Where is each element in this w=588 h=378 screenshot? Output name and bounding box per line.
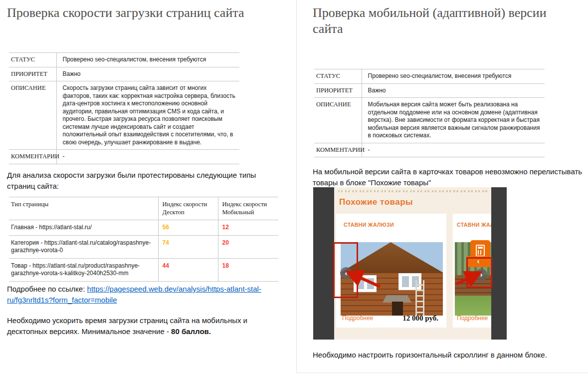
row-label: ОПИСАНИЕ [314, 98, 362, 143]
price-label: 12 000 руб. [402, 314, 438, 323]
cabin-grass [455, 296, 491, 316]
row-value: Проверено seo-специалистом, внесения тре… [56, 53, 239, 67]
section-page-speed: Проверка скорости загрузки страниц сайта… [7, 0, 286, 378]
speed-row-home: Главная - https://atlant-stal.ru/ 56 12 [9, 220, 278, 236]
table-row-priority: ПРИОРИТЕТ Важно [314, 83, 545, 98]
table-row-comments: КОММЕНТАРИИ - [9, 150, 239, 164]
row-value: - [56, 150, 239, 164]
conclusion-paragraph: Необходимо настроить горизонтальный скро… [313, 350, 585, 361]
product-title: СТАВНИ ЖАЛЮЗИ [336, 214, 446, 228]
row-label: КОММЕНТАРИИ [314, 143, 362, 157]
page-type-cell: Главная - https://atlant-stal.ru/ [9, 220, 158, 236]
table-row-priority: ПРИОРИТЕТ Важно [9, 67, 239, 81]
page-divider [296, 0, 297, 373]
section-mobile-version: Проверка мобильной (адаптивной) версии с… [313, 0, 585, 378]
col-header-desktop: Индекс скорости Десктоп [158, 197, 218, 220]
table-row-description: ОПИСАНИЕ Мобильная версия сайта может бы… [314, 98, 545, 143]
row-label: ПРИОРИТЕТ [314, 83, 362, 98]
row-value: - [362, 143, 545, 157]
product-title: СТАВНИ ЖАЛ [453, 214, 491, 228]
mobile-score: 18 [218, 258, 278, 281]
intro-paragraph: Для анализа скорости загрузки были проте… [7, 170, 269, 192]
link-prefix: Подробнее по ссылке: [7, 285, 87, 293]
row-label: ПРИОРИТЕТ [9, 67, 56, 81]
annotation-rect [333, 242, 358, 298]
link-paragraph: Подробнее по ссылке: https://pagespeed.w… [7, 284, 269, 306]
table-row-status: СТАТУС Проверено seo-специалистом, внесе… [314, 69, 545, 84]
house-door [392, 302, 403, 316]
page-title-mobile: Проверка мобильной (адаптивной) версии с… [313, 5, 562, 37]
house-ladder [415, 280, 424, 316]
conclusion-bold: 80 баллов. [171, 327, 211, 336]
row-value: Мобильная версия сайта может быть реализ… [362, 98, 545, 143]
row-label: ОПИСАНИЕ [9, 81, 56, 150]
row-label: СТАТУС [314, 69, 362, 84]
col-header-page-type: Тип страницы [9, 197, 158, 220]
more-link: Подробнее [342, 315, 373, 322]
page-title-speed: Проверка скорости загрузки страниц сайта [7, 5, 244, 21]
row-value: Проверено seo-специалистом, внесения тре… [362, 69, 545, 84]
conclusion-paragraph: Необходимо ускорить время загрузки стран… [7, 315, 269, 337]
row-value: Важно [56, 67, 239, 81]
info-table-mobile: СТАТУС Проверено seo-специалистом, внесе… [314, 69, 545, 157]
decorative-dashed-border [338, 190, 487, 192]
table-row-description: ОПИСАНИЕ Скорость загрузки страниц сайта… [9, 81, 239, 150]
mobile-score: 12 [218, 220, 278, 236]
conclusion-text: Необходимо ускорить время загрузки стран… [7, 316, 247, 336]
speed-row-product: Товар - https://atlant-stal.ru/product/r… [9, 258, 278, 281]
similar-products-heading: Похожие товары [339, 197, 413, 207]
table-row-status: СТАТУС Проверено seo-специалистом, внесе… [9, 53, 239, 67]
mobile-score: 20 [218, 235, 278, 258]
annotation-rect [466, 257, 492, 288]
desktop-score: 56 [158, 220, 218, 236]
page-type-cell: Товар - https://atlant-stal.ru/product/r… [9, 258, 158, 281]
row-value: Важно [362, 83, 545, 98]
row-label: КОММЕНТАРИИ [9, 150, 56, 164]
more-link: Подробнее [457, 315, 488, 322]
row-value: Скорость загрузки страниц сайта зависит … [56, 81, 239, 150]
info-table-speed: СТАТУС Проверено seo-специалистом, внесе… [9, 52, 239, 164]
issue-paragraph: На мобильной версии сайта в карточках то… [313, 166, 585, 188]
desktop-score: 44 [158, 258, 218, 281]
desktop-score: 74 [158, 235, 218, 258]
calculator-glyph [476, 245, 485, 257]
speed-table: Тип страницы Индекс скорости Десктоп Инд… [9, 197, 278, 282]
speed-table-header: Тип страницы Индекс скорости Десктоп Инд… [9, 197, 278, 220]
speed-row-category: Категория - https://atlant-stal.ru/catal… [9, 235, 278, 258]
row-label: СТАТУС [9, 53, 56, 67]
mobile-screenshot: Похожие товары СТАВНИ ЖАЛЮЗИ Подробнее 1… [313, 187, 507, 340]
page-type-cell: Категория - https://atlant-stal.ru/catal… [9, 235, 158, 258]
col-header-mobile: Индекс скорости Мобильный [218, 197, 278, 220]
table-row-comments: КОММЕНТАРИИ - [314, 143, 545, 157]
